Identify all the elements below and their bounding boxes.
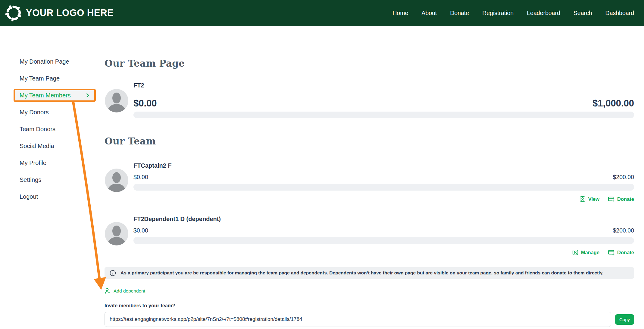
card-plus-icon <box>608 249 615 256</box>
member-row: FT2Dependent1 D (dependent) $0.00 $200.0… <box>105 216 634 256</box>
member-main: FT2Dependent1 D (dependent) $0.00 $200.0… <box>105 216 634 244</box>
top-navbar: YOUR LOGO HERE Home About Donate Registr… <box>0 0 644 26</box>
sidebar-item-team-donors[interactable]: Team Donors <box>20 124 105 134</box>
member-name: FTCaptain2 F <box>133 162 634 169</box>
nav-item-leaderboard[interactable]: Leaderboard <box>527 10 560 17</box>
nav-item-donate[interactable]: Donate <box>450 10 469 17</box>
invite-members-label: Invite members to your team? <box>105 303 634 308</box>
add-dependent-label: Add dependent <box>114 288 145 294</box>
member-goal-amount: $200.00 <box>613 174 634 181</box>
contact-card-icon <box>572 249 579 256</box>
sidebar-item-my-team-page[interactable]: My Team Page <box>20 74 105 83</box>
team-summary: FT2 $0.00 $1,000.00 <box>105 82 634 118</box>
team-raised-amount: $0.00 <box>133 98 157 109</box>
nav-item-dashboard[interactable]: Dashboard <box>605 10 634 17</box>
nav-item-search[interactable]: Search <box>574 10 592 17</box>
member-raised-amount: $0.00 <box>133 227 148 234</box>
member-actions: View Donate <box>105 195 634 203</box>
member-progress-bar <box>133 184 634 191</box>
team-summary-main: FT2 $0.00 $1,000.00 <box>105 82 634 118</box>
info-banner-text: As a primary participant you are be resp… <box>120 270 603 276</box>
member-values-row: $0.00 $200.00 <box>133 227 634 234</box>
donate-to-member-label: Donate <box>617 250 634 255</box>
member-values-row: $0.00 $200.00 <box>133 174 634 181</box>
invite-row: Copy <box>105 312 634 327</box>
view-member-link[interactable]: View <box>579 196 599 202</box>
member-actions: Manage Donate <box>105 248 634 256</box>
nav-item-about[interactable]: About <box>421 10 437 17</box>
manage-member-link[interactable]: Manage <box>572 249 599 256</box>
member-avatar <box>105 168 129 192</box>
member-raised-amount: $0.00 <box>133 174 148 181</box>
member-avatar <box>105 222 129 246</box>
team-page-title: Our Team Page <box>105 58 634 69</box>
invite-url-input[interactable] <box>105 312 611 327</box>
sidebar-item-label: My Team Members <box>20 92 71 99</box>
team-avatar <box>105 89 129 113</box>
person-plus-icon <box>105 288 111 294</box>
sidebar-item-social-media[interactable]: Social Media <box>20 141 105 151</box>
donate-to-member-link[interactable]: Donate <box>608 196 634 203</box>
donate-to-member-link[interactable]: Donate <box>608 249 634 256</box>
manage-member-label: Manage <box>581 250 599 255</box>
card-plus-icon <box>608 196 615 203</box>
team-progress-bar <box>133 112 634 118</box>
main-content: Our Team Page FT2 $0.00 $1,000.00 <box>105 26 644 327</box>
donate-to-member-label: Donate <box>617 196 634 202</box>
member-goal-amount: $200.00 <box>613 227 634 234</box>
logo-text: YOUR LOGO HERE <box>26 8 114 18</box>
copy-button[interactable]: Copy <box>615 314 634 325</box>
primary-participant-info-banner: As a primary participant you are be resp… <box>105 267 634 279</box>
site-logo[interactable]: YOUR LOGO HERE <box>4 4 114 22</box>
add-dependent-link[interactable]: Add dependent <box>105 288 145 294</box>
dashboard-sidebar: My Donation Page My Team Page My Team Me… <box>0 26 105 327</box>
member-progress-bar <box>133 237 634 244</box>
member-main: FTCaptain2 F $0.00 $200.00 <box>105 162 634 191</box>
team-values-row: $0.00 $1,000.00 <box>133 98 634 109</box>
main-nav: Home About Donate Registration Leaderboa… <box>392 10 634 17</box>
sidebar-item-my-team-members[interactable]: My Team Members <box>14 89 96 102</box>
logo-mark-icon <box>4 4 23 22</box>
sidebar-item-logout[interactable]: Logout <box>20 192 105 201</box>
view-member-label: View <box>588 196 599 202</box>
member-name: FT2Dependent1 D (dependent) <box>133 216 634 223</box>
sidebar-item-my-profile[interactable]: My Profile <box>20 158 105 168</box>
info-icon <box>109 270 116 277</box>
nav-item-registration[interactable]: Registration <box>482 10 514 17</box>
page-layout: My Donation Page My Team Page My Team Me… <box>0 26 644 327</box>
sidebar-item-my-donation-page[interactable]: My Donation Page <box>20 57 105 66</box>
contact-card-icon <box>579 196 586 202</box>
sidebar-item-my-donors[interactable]: My Donors <box>20 107 105 117</box>
sidebar-item-settings[interactable]: Settings <box>20 175 105 185</box>
team-name: FT2 <box>133 82 634 89</box>
nav-item-home[interactable]: Home <box>392 10 408 17</box>
chevron-right-icon <box>85 92 91 98</box>
team-goal-amount: $1,000.00 <box>592 98 634 109</box>
member-row: FTCaptain2 F $0.00 $200.00 <box>105 162 634 203</box>
team-list-title: Our Team <box>105 136 634 147</box>
